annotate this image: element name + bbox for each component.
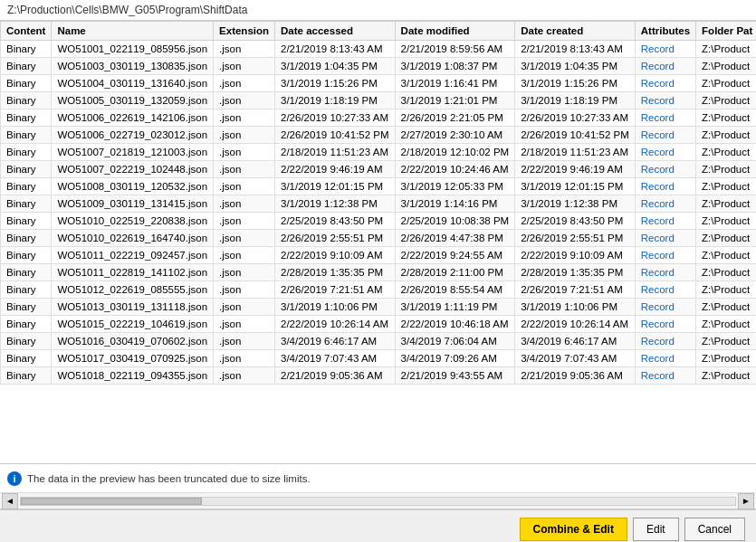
table-row[interactable]: BinaryWO51013_030119_131118.json.json3/1… (1, 299, 757, 316)
col-header-folder_path[interactable]: Folder Pat (696, 22, 756, 41)
table-row[interactable]: BinaryWO51018_022119_094355.json.json2/2… (1, 367, 757, 385)
table-row[interactable]: BinaryWO51004_030119_131640.json.json3/1… (1, 75, 757, 92)
cell-date_modified: 2/25/2019 10:08:38 PM (395, 213, 515, 230)
cell-content: Binary (1, 75, 52, 92)
cell-date_accessed: 2/18/2019 11:51:23 AM (275, 144, 396, 161)
cell-folder_path: Z:\Product (696, 75, 756, 92)
cell-extension: .json (214, 41, 275, 58)
cell-date_created: 2/25/2019 8:43:50 PM (515, 213, 636, 230)
cell-date_modified: 2/26/2019 2:21:05 PM (395, 109, 515, 127)
table-row[interactable]: BinaryWO51017_030419_070925.json.json3/4… (1, 350, 757, 367)
col-header-extension[interactable]: Extension (214, 22, 275, 41)
table-row[interactable]: BinaryWO51003_030119_130835.json.json3/1… (1, 58, 757, 75)
cell-date_modified: 2/26/2019 4:47:38 PM (395, 230, 515, 247)
cell-date_created: 2/28/2019 1:35:35 PM (515, 264, 636, 281)
scroll-track[interactable] (20, 497, 736, 506)
cell-folder_path: Z:\Product (696, 316, 756, 333)
cell-date_modified: 3/4/2019 7:06:04 AM (395, 333, 515, 350)
cell-date_modified: 2/22/2019 10:46:18 AM (395, 316, 515, 333)
cell-attributes: Record (635, 333, 695, 350)
table-row[interactable]: BinaryWO51008_030119_120532.json.json3/1… (1, 178, 757, 195)
table-row[interactable]: BinaryWO51005_030119_132059.json.json3/1… (1, 92, 757, 109)
cell-folder_path: Z:\Product (696, 281, 756, 299)
table-row[interactable]: BinaryWO51001_022119_085956.json.json2/2… (1, 41, 757, 58)
cell-date_accessed: 3/1/2019 12:01:15 PM (275, 178, 396, 195)
cell-folder_path: Z:\Product (696, 350, 756, 367)
cell-folder_path: Z:\Product (696, 264, 756, 281)
cell-attributes: Record (635, 367, 695, 385)
table-row[interactable]: BinaryWO51010_022519_220838.json.json2/2… (1, 213, 757, 230)
cell-date_created: 2/21/2019 8:13:43 AM (515, 41, 636, 58)
cell-extension: .json (214, 333, 275, 350)
table-row[interactable]: BinaryWO51011_022219_092457.json.json2/2… (1, 247, 757, 264)
cancel-button[interactable]: Cancel (684, 518, 745, 541)
cell-folder_path: Z:\Product (696, 333, 756, 350)
cell-content: Binary (1, 213, 52, 230)
col-header-date_modified[interactable]: Date modified (395, 22, 515, 41)
table-container[interactable]: ContentNameExtensionDate accessedDate mo… (0, 21, 756, 464)
cell-name: WO51008_030119_120532.json (52, 178, 214, 195)
cell-attributes: Record (635, 281, 695, 299)
cell-content: Binary (1, 109, 52, 127)
col-header-date_created[interactable]: Date created (515, 22, 636, 41)
table-row[interactable]: BinaryWO51009_030119_131415.json.json3/1… (1, 195, 757, 213)
combine-edit-button[interactable]: Combine & Edit (520, 518, 627, 541)
cell-date_accessed: 3/1/2019 1:15:26 PM (275, 75, 396, 92)
cell-date_created: 2/18/2019 11:51:23 AM (515, 144, 636, 161)
cell-name: WO51010_022619_164740.json (52, 230, 214, 247)
cell-attributes: Record (635, 264, 695, 281)
cell-date_accessed: 3/1/2019 1:04:35 PM (275, 58, 396, 75)
cell-date_created: 2/26/2019 10:41:52 PM (515, 127, 636, 144)
cell-date_accessed: 3/1/2019 1:12:38 PM (275, 195, 396, 213)
scroll-right-button[interactable]: ► (738, 493, 754, 509)
table-row[interactable]: BinaryWO51006_022719_023012.json.json2/2… (1, 127, 757, 144)
scrollbar-row[interactable]: ◄ ► (0, 493, 756, 509)
cell-date_modified: 3/1/2019 1:16:41 PM (395, 75, 515, 92)
col-header-name[interactable]: Name (52, 22, 214, 41)
table-row[interactable]: BinaryWO51010_022619_164740.json.json2/2… (1, 230, 757, 247)
cell-name: WO51016_030419_070602.json (52, 333, 214, 350)
edit-button[interactable]: Edit (633, 518, 679, 541)
col-header-attributes[interactable]: Attributes (635, 22, 695, 41)
table-row[interactable]: BinaryWO51011_022819_141102.json.json2/2… (1, 264, 757, 281)
cell-folder_path: Z:\Product (696, 109, 756, 127)
cell-date_created: 2/26/2019 7:21:51 AM (515, 281, 636, 299)
cell-folder_path: Z:\Product (696, 127, 756, 144)
cell-attributes: Record (635, 127, 695, 144)
cell-extension: .json (214, 213, 275, 230)
cell-date_created: 2/22/2019 10:26:14 AM (515, 316, 636, 333)
cell-date_modified: 3/1/2019 1:08:37 PM (395, 58, 515, 75)
cell-name: WO51011_022219_092457.json (52, 247, 214, 264)
cell-extension: .json (214, 247, 275, 264)
table-row[interactable]: BinaryWO51006_022619_142106.json.json2/2… (1, 109, 757, 127)
info-bar: i The data in the preview has been trunc… (0, 464, 756, 493)
cell-date_accessed: 2/26/2019 2:55:51 PM (275, 230, 396, 247)
cell-folder_path: Z:\Product (696, 299, 756, 316)
cell-extension: .json (214, 281, 275, 299)
cell-name: WO51015_022219_104619.json (52, 316, 214, 333)
cell-attributes: Record (635, 350, 695, 367)
cell-extension: .json (214, 58, 275, 75)
cell-date_accessed: 2/22/2019 9:46:19 AM (275, 161, 396, 178)
cell-name: WO51018_022119_094355.json (52, 367, 214, 385)
scroll-left-button[interactable]: ◄ (2, 493, 18, 509)
cell-date_modified: 2/28/2019 2:11:00 PM (395, 264, 515, 281)
cell-content: Binary (1, 127, 52, 144)
cell-date_modified: 2/27/2019 2:30:10 AM (395, 127, 515, 144)
cell-date_accessed: 3/1/2019 1:10:06 PM (275, 299, 396, 316)
cell-attributes: Record (635, 41, 695, 58)
table-row[interactable]: BinaryWO51007_021819_121003.json.json2/1… (1, 144, 757, 161)
col-header-content[interactable]: Content (1, 22, 52, 41)
col-header-date_accessed[interactable]: Date accessed (275, 22, 396, 41)
table-row[interactable]: BinaryWO51015_022219_104619.json.json2/2… (1, 316, 757, 333)
scroll-thumb[interactable] (21, 498, 202, 505)
cell-date_accessed: 3/4/2019 7:07:43 AM (275, 350, 396, 367)
cell-extension: .json (214, 75, 275, 92)
table-row[interactable]: BinaryWO51007_022219_102448.json.json2/2… (1, 161, 757, 178)
cell-content: Binary (1, 247, 52, 264)
table-row[interactable]: BinaryWO51016_030419_070602.json.json3/4… (1, 333, 757, 350)
cell-extension: .json (214, 109, 275, 127)
cell-folder_path: Z:\Product (696, 58, 756, 75)
table-row[interactable]: BinaryWO51012_022619_085555.json.json2/2… (1, 281, 757, 299)
cell-date_created: 3/1/2019 1:15:26 PM (515, 75, 636, 92)
